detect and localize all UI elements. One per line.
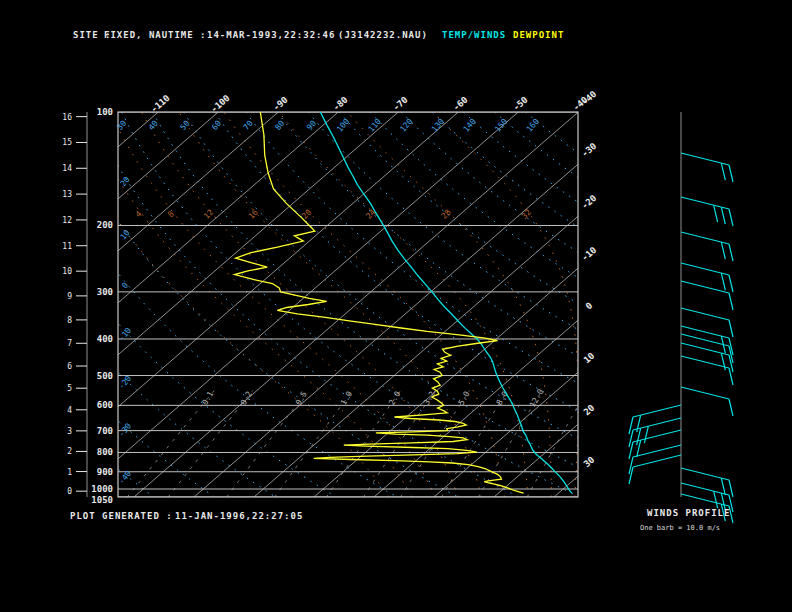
svg-text:4: 4: [67, 406, 72, 415]
svg-text:150: 150: [493, 117, 509, 134]
svg-text:2: 2: [67, 447, 72, 456]
skewt-sounding-screen: { "header": { "site_label": "SITE :", "s…: [0, 0, 792, 612]
svg-text:-20: -20: [580, 193, 599, 211]
height-axis: 012345678910111213141516: [62, 112, 87, 497]
svg-text:28: 28: [440, 208, 453, 221]
svg-text:1050: 1050: [91, 495, 113, 505]
svg-text:100: 100: [97, 107, 113, 117]
svg-text:1: 1: [67, 468, 72, 477]
svg-text:160: 160: [525, 117, 541, 134]
svg-text:2.0: 2.0: [387, 390, 402, 407]
svg-text:0.2: 0.2: [239, 390, 254, 407]
svg-text:15: 15: [62, 138, 72, 147]
svg-text:1000: 1000: [91, 484, 113, 494]
svg-text:110: 110: [367, 117, 383, 134]
svg-text:60: 60: [210, 119, 223, 132]
dry-adiabats: [0, 112, 792, 497]
svg-text:12: 12: [202, 208, 215, 221]
winds-profile-title: WINDS PROFILE: [647, 508, 730, 518]
svg-text:-110: -110: [149, 93, 172, 115]
svg-text:10: 10: [582, 351, 597, 366]
svg-text:3: 3: [67, 427, 72, 436]
svg-text:16: 16: [247, 208, 260, 221]
svg-text:-60: -60: [451, 95, 470, 113]
svg-text:30: 30: [582, 455, 597, 470]
svg-text:130: 130: [430, 117, 446, 134]
svg-text:-10: -10: [117, 326, 133, 343]
svg-text:400: 400: [97, 334, 113, 344]
svg-text:11: 11: [62, 242, 72, 251]
top-temperature-labels: -110-100-90-80-70-60-50-40: [149, 93, 590, 115]
svg-text:700: 700: [97, 426, 113, 436]
dewpoint-curve: [235, 112, 524, 493]
sounding-curves: [235, 112, 572, 493]
svg-text:12: 12: [62, 216, 72, 225]
right-temperature-labels: -40-30-20-100102030: [580, 89, 599, 469]
svg-text:100: 100: [335, 117, 351, 134]
svg-text:13: 13: [62, 190, 72, 199]
svg-text:140: 140: [462, 117, 478, 134]
svg-text:-100: -100: [209, 93, 232, 115]
svg-text:50: 50: [178, 119, 191, 132]
svg-text:10: 10: [62, 267, 72, 276]
svg-text:14: 14: [62, 164, 72, 173]
svg-text:0: 0: [120, 281, 130, 291]
svg-text:5: 5: [67, 384, 72, 393]
svg-text:1.0: 1.0: [339, 390, 354, 407]
plot-frame: [118, 112, 578, 497]
svg-text:200: 200: [97, 220, 113, 230]
svg-text:-90: -90: [271, 95, 290, 113]
svg-text:70: 70: [242, 119, 255, 132]
plot-generated-label: PLOT GENERATED :: [70, 511, 173, 521]
pressure-axis: 10020030040050060070080090010001050: [91, 107, 113, 505]
svg-text:800: 800: [97, 447, 113, 457]
svg-text:30: 30: [115, 119, 128, 132]
svg-text:16: 16: [62, 113, 72, 122]
svg-text:-50: -50: [511, 95, 530, 113]
svg-text:8: 8: [166, 209, 176, 219]
svg-text:32: 32: [520, 208, 533, 221]
svg-text:80: 80: [273, 119, 286, 132]
plot-interior: [0, 112, 792, 497]
svg-text:24: 24: [364, 208, 377, 221]
svg-text:5.0: 5.0: [457, 390, 472, 407]
svg-text:-10: -10: [580, 245, 599, 263]
svg-text:-30: -30: [580, 141, 599, 159]
svg-text:300: 300: [97, 287, 113, 297]
svg-text:600: 600: [97, 400, 113, 410]
isotherms: [0, 112, 792, 497]
svg-text:-30: -30: [117, 421, 133, 438]
svg-text:120: 120: [398, 117, 414, 134]
svg-text:20: 20: [119, 175, 132, 188]
svg-text:4: 4: [134, 209, 144, 219]
svg-text:500: 500: [97, 371, 113, 381]
pressure-gridlines: [118, 112, 578, 497]
svg-text:-20: -20: [117, 374, 133, 391]
winds-profile-legend: One barb = 10.0 m/s: [640, 524, 720, 532]
svg-text:9: 9: [67, 292, 72, 301]
plot-generated-value: 11-JAN-1996,22:27:05: [175, 511, 303, 521]
svg-text:900: 900: [97, 467, 113, 477]
svg-text:0: 0: [67, 487, 72, 496]
winds-profile: [629, 112, 733, 523]
svg-text:-70: -70: [391, 95, 410, 113]
svg-text:0: 0: [584, 300, 595, 311]
svg-text:6: 6: [67, 362, 72, 371]
svg-text:7: 7: [67, 339, 72, 348]
svg-text:20: 20: [582, 403, 597, 418]
svg-text:0.5: 0.5: [294, 390, 309, 407]
svg-text:90: 90: [305, 119, 318, 132]
svg-text:8.0: 8.0: [495, 390, 510, 407]
svg-text:8: 8: [67, 316, 72, 325]
svg-text:-80: -80: [331, 95, 350, 113]
svg-text:10: 10: [119, 228, 132, 241]
